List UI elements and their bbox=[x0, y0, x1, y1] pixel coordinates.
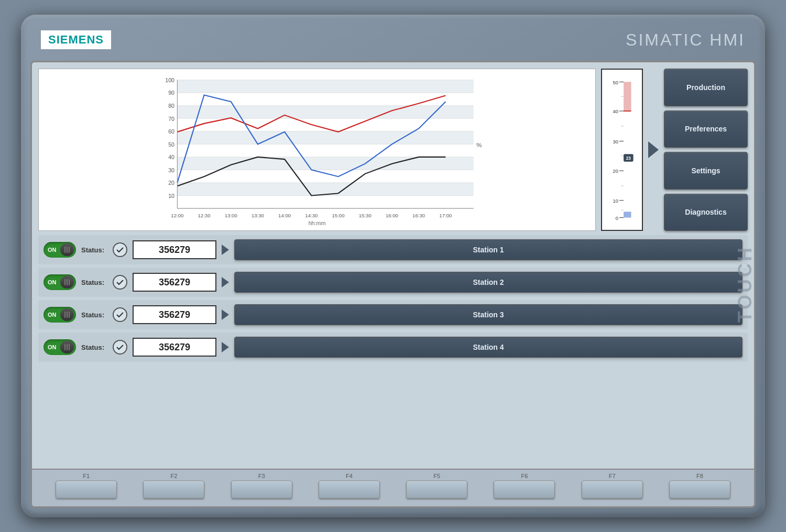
fkey-f1-button[interactable] bbox=[56, 481, 117, 498]
svg-rect-60 bbox=[624, 212, 631, 217]
fkey-f8-button[interactable] bbox=[669, 481, 730, 498]
status-check-4 bbox=[113, 340, 127, 354]
toggle-2-label: ON bbox=[48, 279, 57, 285]
value-display-4: 356279 bbox=[133, 338, 216, 357]
station-3-button[interactable]: Station 3 bbox=[234, 304, 743, 325]
chevron-2 bbox=[222, 277, 229, 287]
device-frame: SIEMENS SIMATIC HMI TOUCH bbox=[21, 15, 765, 517]
status-check-3 bbox=[113, 307, 127, 322]
gauge-svg: 50 40 30 20 10 bbox=[603, 72, 641, 228]
fkey-f8-label: F8 bbox=[696, 473, 703, 479]
fkey-f7-label: F7 bbox=[609, 473, 616, 479]
svg-text:16:30: 16:30 bbox=[412, 213, 425, 218]
toggle-1-label: ON bbox=[48, 247, 57, 253]
production-button[interactable]: Production bbox=[664, 69, 748, 106]
svg-text:hh:mm: hh:mm bbox=[309, 220, 326, 225]
tl11 bbox=[67, 344, 68, 350]
preferences-button[interactable]: Preferences bbox=[664, 110, 748, 148]
fkey-f4-label: F4 bbox=[346, 473, 353, 479]
svg-rect-3 bbox=[177, 131, 473, 145]
fkey-f3-label: F3 bbox=[258, 473, 265, 479]
svg-text:12:30: 12:30 bbox=[198, 213, 211, 218]
fkey-f4-button[interactable] bbox=[319, 481, 380, 498]
station-row-4: ON Status: 356279 Station 4 bbox=[38, 332, 748, 362]
screen-inner: 100 90 80 70 60 50 40 30 20 10 % 12:00 bbox=[32, 62, 754, 469]
fkey-f3-button[interactable] bbox=[231, 481, 292, 498]
fkey-f6-label: F6 bbox=[521, 473, 528, 479]
station-row-3: ON Status: 356279 Station 3 bbox=[38, 300, 748, 329]
svg-text:20: 20 bbox=[613, 169, 618, 174]
toggle-3[interactable]: ON bbox=[43, 307, 76, 323]
svg-text:15:00: 15:00 bbox=[332, 213, 345, 218]
top-bar: SIEMENS SIMATIC HMI bbox=[30, 24, 756, 56]
chevron-1 bbox=[222, 245, 229, 255]
value-display-3: 356279 bbox=[133, 305, 216, 324]
upper-section: 100 90 80 70 60 50 40 30 20 10 % 12:00 bbox=[38, 69, 748, 231]
tl3 bbox=[69, 247, 70, 253]
toggle-2-handle bbox=[60, 276, 74, 289]
fkey-f2-label: F2 bbox=[170, 473, 177, 479]
svg-text:40: 40 bbox=[168, 154, 174, 160]
status-label-4: Status: bbox=[81, 343, 107, 351]
value-display-1: 356279 bbox=[133, 240, 216, 259]
fkey-f4: F4 bbox=[305, 473, 393, 498]
fkey-f6-button[interactable] bbox=[494, 481, 555, 498]
svg-text:15:30: 15:30 bbox=[359, 213, 372, 218]
toggle-1-handle bbox=[60, 243, 74, 256]
svg-text:10: 10 bbox=[613, 198, 618, 204]
fkey-f7: F7 bbox=[569, 473, 656, 498]
station-1-button[interactable]: Station 1 bbox=[234, 239, 743, 260]
chart-svg: 100 90 80 70 60 50 40 30 20 10 % 12:00 bbox=[44, 74, 590, 225]
svg-text:80: 80 bbox=[168, 103, 174, 109]
fkey-f1: F1 bbox=[42, 473, 130, 498]
siemens-logo: SIEMENS bbox=[41, 30, 111, 49]
tl12 bbox=[69, 344, 70, 350]
fkey-f2: F2 bbox=[130, 473, 217, 498]
gauge-inner: 50 40 30 20 10 bbox=[603, 72, 641, 228]
tl6 bbox=[69, 279, 70, 285]
svg-text:13:30: 13:30 bbox=[252, 213, 264, 218]
gauge-arrow bbox=[648, 69, 659, 231]
svg-text:50: 50 bbox=[613, 80, 618, 85]
screen-area: TOUCH bbox=[30, 61, 756, 508]
touch-text: TOUCH bbox=[737, 246, 753, 323]
fkey-f8: F8 bbox=[656, 473, 744, 498]
chevron-4 bbox=[222, 342, 229, 352]
tl4 bbox=[64, 279, 66, 285]
svg-text:0: 0 bbox=[616, 216, 618, 221]
station-row-2: ON Status: 356279 Station 2 bbox=[38, 268, 748, 297]
svg-text:30: 30 bbox=[168, 167, 174, 173]
svg-text:40: 40 bbox=[613, 109, 618, 114]
svg-rect-1 bbox=[177, 80, 473, 93]
fkey-f7-button[interactable] bbox=[582, 481, 643, 498]
touch-side-label: TOUCH bbox=[737, 104, 753, 464]
diagnostics-button[interactable]: Diagnostics bbox=[664, 194, 748, 231]
svg-text:13:00: 13:00 bbox=[225, 213, 237, 218]
gauge-container: 50 40 30 20 10 bbox=[601, 69, 643, 231]
svg-text:23: 23 bbox=[626, 156, 631, 161]
svg-text:70: 70 bbox=[168, 116, 174, 122]
status-label-3: Status: bbox=[81, 311, 107, 319]
nav-buttons: Production Preferences Settings Diagnost… bbox=[664, 69, 748, 231]
toggle-1[interactable]: ON bbox=[43, 242, 76, 258]
toggle-4[interactable]: ON bbox=[43, 339, 76, 355]
fkey-f2-button[interactable] bbox=[143, 481, 204, 498]
station-2-button[interactable]: Station 2 bbox=[234, 272, 743, 293]
toggle-3-handle bbox=[60, 308, 74, 321]
tl1 bbox=[64, 247, 66, 253]
fkey-f5-button[interactable] bbox=[406, 481, 467, 498]
fkey-f5-label: F5 bbox=[433, 473, 440, 479]
svg-rect-2 bbox=[177, 106, 473, 119]
status-check-1 bbox=[113, 242, 127, 257]
svg-rect-4 bbox=[177, 157, 473, 170]
status-label-2: Status: bbox=[81, 279, 107, 286]
fkey-f1-label: F1 bbox=[83, 473, 90, 479]
station-4-button[interactable]: Station 4 bbox=[234, 337, 743, 358]
toggle-2[interactable]: ON bbox=[43, 274, 76, 290]
fkey-f5: F5 bbox=[393, 473, 481, 498]
fkeys-bar: F1 F2 F3 F4 F5 F6 bbox=[32, 469, 754, 506]
value-display-2: 356279 bbox=[133, 273, 216, 292]
tl8 bbox=[67, 312, 68, 318]
fkey-f6: F6 bbox=[481, 473, 568, 498]
settings-button[interactable]: Settings bbox=[664, 152, 748, 190]
